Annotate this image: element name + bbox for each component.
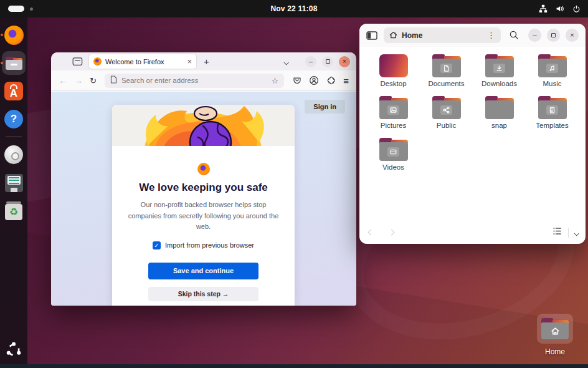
top-bar: Nov 22 11:08 (0, 0, 588, 17)
maximize-icon (326, 59, 330, 64)
files-bottom-bar (369, 226, 578, 238)
volume-icon (556, 4, 564, 13)
floppy-disk-icon (5, 174, 23, 192)
folder-label: Templates (536, 122, 568, 129)
folder-emblem-icon (440, 64, 452, 73)
extensions-puzzle-button[interactable] (326, 76, 336, 85)
dock-item-trash[interactable]: ♻ (2, 199, 26, 223)
search-button[interactable] (509, 30, 519, 41)
view-options-dropdown[interactable] (574, 227, 578, 238)
firefox-nav-bar: ← → ↻ Search or enter address ☆ ≡ (51, 70, 356, 91)
forward-button[interactable] (389, 230, 395, 236)
chevron-down-icon (283, 60, 288, 65)
skip-this-step-button[interactable]: Skip this step → (148, 287, 258, 301)
tab-welcome-to-firefox[interactable]: Welcome to Firefox × (89, 54, 196, 69)
trash-icon: ♻ (5, 204, 22, 220)
url-bar[interactable]: Search or enter address ☆ (105, 74, 284, 88)
system-status-area[interactable] (539, 4, 581, 13)
menu-button[interactable]: ≡ (343, 75, 349, 86)
bookmark-star-icon[interactable]: ☆ (272, 76, 279, 85)
folder-label: Downloads (481, 80, 517, 87)
folder-item[interactable]: Desktop (367, 52, 420, 94)
dock-separator (6, 137, 22, 137)
onboarding-body: Our non-profit backed browser helps stop… (125, 200, 282, 233)
folder-icon (485, 96, 514, 119)
account-button[interactable] (309, 75, 319, 85)
dock-item-help[interactable]: ? (2, 107, 26, 131)
folder-item[interactable]: Music (526, 52, 579, 94)
dock: A ? ♻ (0, 17, 27, 368)
folder-label: Public (437, 122, 456, 129)
dock-item-files[interactable] (2, 51, 26, 75)
chevron-down-icon (574, 231, 579, 236)
import-checkbox-row[interactable]: ✓ Import from previous browser (112, 241, 295, 249)
dock-item-ubuntu-software[interactable]: A (2, 79, 26, 103)
maximize-button[interactable] (547, 29, 560, 42)
folder-icon (538, 54, 567, 77)
sidebar-toggle-button[interactable] (366, 31, 377, 40)
dock-item-cd-drive[interactable] (2, 143, 26, 167)
page-icon (110, 75, 117, 86)
files-icon (6, 57, 22, 70)
folder-item[interactable]: Downloads (473, 52, 526, 94)
house-emblem-icon (548, 326, 562, 337)
firefox-onboarding-page: Sign in (51, 92, 356, 306)
desktop-icon-label: Home (535, 347, 575, 356)
maximize-button[interactable] (322, 56, 333, 67)
folder-item[interactable]: snap (473, 94, 526, 136)
close-button[interactable]: × (566, 29, 579, 42)
pocket-button[interactable] (292, 75, 302, 85)
folder-icon (485, 54, 514, 77)
ubuntu-software-icon: A (4, 82, 23, 100)
back-button[interactable] (368, 230, 374, 236)
firefox-view-button[interactable] (70, 55, 85, 68)
list-all-tabs-button[interactable] (284, 56, 288, 67)
save-and-continue-button[interactable]: Save and continue (148, 263, 258, 279)
sign-in-button[interactable]: Sign in (305, 100, 345, 114)
folder-icon (379, 138, 408, 161)
firefox-logo-icon (197, 163, 210, 175)
minimize-button[interactable]: – (528, 29, 541, 42)
network-icon (539, 4, 548, 13)
new-tab-button[interactable]: + (204, 56, 209, 67)
tab-close-icon[interactable]: × (187, 57, 192, 66)
url-placeholder: Search or enter address (121, 77, 267, 84)
forward-button[interactable]: → (74, 75, 83, 85)
import-checkbox[interactable]: ✓ (153, 241, 161, 249)
folder-icon (538, 96, 567, 119)
folder-item[interactable]: Templates (526, 94, 579, 136)
maximize-icon (551, 33, 556, 37)
dock-item-floppy-disk[interactable] (2, 171, 26, 195)
desktop-home-icon[interactable]: Home (535, 314, 575, 356)
list-view-button[interactable] (552, 226, 562, 238)
screen-bottom-edge (0, 364, 588, 368)
folder-item[interactable]: Pictures (367, 94, 420, 136)
back-button[interactable]: ← (59, 75, 67, 85)
onboarding-heading: We love keeping you safe (112, 182, 295, 194)
firefox-window: Welcome to Firefox × + – × ← → ↻ Search … (51, 52, 356, 306)
fox-globe-illustration (112, 105, 295, 146)
folder-item[interactable]: Videos (367, 136, 420, 178)
running-indicator (1, 34, 3, 36)
home-folder-icon (541, 318, 569, 339)
minimize-button[interactable]: – (305, 56, 316, 67)
folder-label: Desktop (380, 80, 406, 87)
path-bar[interactable]: Home ⋮ (384, 27, 501, 43)
folder-item[interactable]: Public (420, 94, 473, 136)
folder-emblem-icon (440, 105, 452, 115)
location-menu-icon[interactable]: ⋮ (487, 31, 495, 40)
folder-emblem-icon (546, 105, 558, 115)
folder-label: Music (543, 80, 561, 87)
folder-icon (432, 96, 461, 119)
folder-item[interactable]: Documents (420, 52, 473, 94)
close-button[interactable]: × (339, 56, 350, 67)
clock-date[interactable]: Nov 22 11:08 (0, 4, 588, 13)
files-window: Home ⋮ – × Desktop (359, 24, 586, 244)
reload-button[interactable]: ↻ (90, 76, 97, 85)
divider (568, 228, 569, 238)
cd-drive-icon (4, 145, 23, 164)
dock-item-firefox[interactable] (2, 23, 26, 47)
folder-emblem-icon (387, 147, 399, 157)
show-apps-button[interactable] (2, 339, 26, 363)
selection-highlight (537, 314, 573, 344)
